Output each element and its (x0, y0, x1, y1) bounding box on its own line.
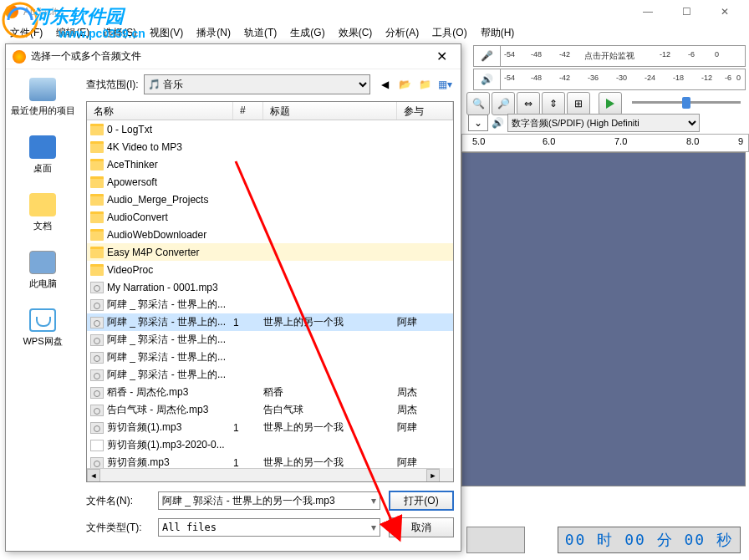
filetype-label: 文件类型(T): (86, 521, 150, 535)
play-button[interactable] (599, 92, 622, 115)
up-button[interactable]: 📂 (395, 75, 414, 94)
places-bar: 最近使用的项目 桌面 文档 此电脑 WPS网盘 (6, 69, 79, 551)
file-list-header[interactable]: 名称 # 标题 参与 (87, 102, 453, 120)
zoom-toggle-button[interactable]: ⊞ (567, 92, 590, 115)
menu-analyze[interactable]: 分析(A) (379, 24, 425, 42)
file-row[interactable]: 4K Video to MP3 (87, 138, 453, 155)
file-list[interactable]: 名称 # 标题 参与 0 - LogTxt4K Video to MP3AceT… (86, 101, 454, 482)
file-icon (90, 440, 104, 451)
folder-icon (90, 141, 104, 153)
file-row[interactable]: Audio_Merge_Projects (87, 191, 453, 208)
menu-generate[interactable]: 生成(G) (283, 24, 331, 42)
folder-icon (90, 194, 104, 206)
folder-icon (90, 229, 104, 241)
mp3-icon (90, 369, 104, 381)
timeline-ruler[interactable]: 5.0 6.0 7.0 8.0 9 (461, 134, 749, 152)
place-documents[interactable]: 文档 (6, 190, 79, 236)
fit-proj-button[interactable]: ⇕ (542, 92, 565, 115)
folder-icon (90, 211, 104, 223)
zoomin-button[interactable]: 🔍 (466, 92, 490, 115)
file-row[interactable]: 0 - LogTxt (87, 120, 453, 138)
folder-icon (90, 247, 104, 258)
record-meter[interactable]: 🎤 -54 -48 -42 点击开始监视 -12 -6 0 (473, 45, 746, 67)
time-counter: 00 时 00 分 00 秒 (558, 527, 741, 553)
open-button[interactable]: 打开(O) (389, 491, 454, 511)
place-desktop[interactable]: 桌面 (6, 132, 79, 178)
menu-tracks[interactable]: 轨道(T) (237, 24, 283, 42)
mp3-icon (90, 405, 104, 416)
close-button[interactable]: ✕ (706, 0, 744, 23)
filename-input[interactable]: 阿肆 _ 郭采洁 - 世界上的另一个我.mp3▾ (158, 491, 380, 510)
folder-icon (90, 264, 104, 276)
mp3-icon (90, 352, 104, 364)
mp3-icon (90, 282, 104, 293)
filetype-select[interactable]: All files▾ (158, 518, 380, 537)
menu-tools[interactable]: 工具(O) (425, 24, 473, 42)
file-row[interactable]: 阿肆 _ 郭采洁 - 世界上的... (87, 366, 453, 384)
file-row[interactable]: AceThinker (87, 155, 453, 173)
file-row[interactable]: AudioWebDownloader (87, 226, 453, 243)
fit-sel-button[interactable]: ⇔ (517, 92, 540, 115)
mp3-icon (90, 457, 104, 469)
mp3-icon (90, 387, 104, 399)
file-row[interactable]: Apowersoft (87, 173, 453, 191)
file-row[interactable]: VideoProc (87, 261, 453, 278)
speaker-device-icon: 🔊 (492, 117, 504, 129)
place-thispc[interactable]: 此电脑 (6, 247, 79, 293)
file-row[interactable]: AudioConvert (87, 208, 453, 226)
play-meter[interactable]: 🔊 -54 -48 -42 -36 -30 -24 -18 -12 -6 0 (473, 69, 746, 90)
folder-icon (90, 176, 104, 188)
lookin-select[interactable]: 🎵 音乐 (144, 74, 370, 94)
file-row[interactable]: 阿肆 _ 郭采洁 - 世界上的... (87, 331, 453, 349)
file-row[interactable]: 告白气球 - 周杰伦.mp3告白气球周杰 (87, 401, 453, 419)
watermark-text: 河东软件园 (32, 4, 124, 29)
file-row[interactable]: 剪切音频(1).mp3-2020-0... (87, 436, 453, 454)
lookin-label: 查找范围(I): (86, 78, 139, 92)
place-wps[interactable]: WPS网盘 (6, 305, 79, 351)
maximize-button[interactable]: ☐ (667, 0, 706, 23)
viewmode-button[interactable]: ▦▾ (436, 75, 454, 94)
watermark-url: www.pc0359.cn (59, 27, 145, 40)
track-area[interactable] (461, 152, 746, 486)
dialog-title: 选择一个或多个音频文件 (31, 49, 141, 64)
file-row[interactable]: 阿肆 _ 郭采洁 - 世界上的...1世界上的另一个我阿肆 (87, 313, 453, 331)
dialog-close-button[interactable]: ✕ (430, 48, 454, 64)
file-row[interactable]: My Narration - 0001.mp3 (87, 278, 453, 296)
scroll-right-button[interactable]: ► (426, 469, 440, 482)
selection-toolbar[interactable] (466, 527, 525, 553)
file-row[interactable]: 阿肆 _ 郭采洁 - 世界上的... (87, 349, 453, 366)
mp3-icon (90, 317, 104, 328)
file-row[interactable]: 剪切音频(1).mp31世界上的另一个我阿肆 (87, 419, 453, 436)
folder-icon (90, 124, 104, 135)
place-recent[interactable]: 最近使用的项目 (6, 74, 79, 120)
dialog-icon (13, 50, 26, 64)
file-row[interactable]: 阿肆 _ 郭采洁 - 世界上的... (87, 296, 453, 313)
menu-view[interactable]: 视图(V) (143, 24, 190, 42)
output-device-select[interactable]: 数字音频(S/PDIF) (High Definiti (507, 114, 700, 132)
cancel-button[interactable]: 取消 (389, 517, 454, 537)
minimize-button[interactable]: — (629, 0, 667, 23)
zoomout-button[interactable]: 🔎 (492, 92, 515, 115)
folder-icon (90, 159, 104, 171)
h-scrollbar[interactable]: ◄ ► (87, 468, 440, 481)
mic-icon: 🎤 (474, 46, 501, 66)
back-button[interactable]: ◀ (375, 75, 394, 94)
file-row[interactable]: 稻香 - 周杰伦.mp3稻香周杰 (87, 384, 453, 401)
newfolder-button[interactable]: 📁 (415, 75, 434, 94)
edit-toolbar: 🔍 🔎 ⇔ ⇕ ⊞ (466, 92, 622, 115)
speaker-icon: 🔊 (474, 69, 501, 89)
menu-effect[interactable]: 效果(C) (332, 24, 380, 42)
mp3-icon (90, 422, 104, 434)
playback-speed-slider[interactable] (632, 97, 741, 109)
mp3-icon (90, 299, 104, 311)
file-row[interactable]: Easy M4P Converter (87, 243, 453, 261)
menu-transport[interactable]: 播录(N) (190, 24, 237, 42)
scroll-left-button[interactable]: ◄ (87, 469, 100, 482)
filename-label: 文件名(N): (86, 494, 150, 508)
device-dropdown-toggle[interactable]: ⌄ (468, 115, 488, 131)
menu-help[interactable]: 帮助(H) (474, 24, 522, 42)
mp3-icon (90, 334, 104, 346)
open-file-dialog: 选择一个或多个音频文件 ✕ 最近使用的项目 桌面 文档 此电脑 WPS网盘 查找… (5, 43, 461, 552)
